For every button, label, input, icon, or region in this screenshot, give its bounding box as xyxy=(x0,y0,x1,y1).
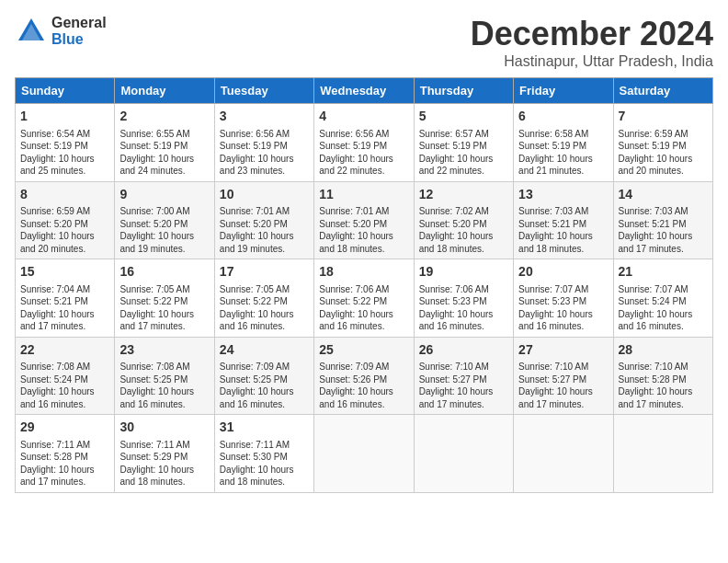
weekday-header-monday: Monday xyxy=(115,78,214,104)
day-number: 28 xyxy=(619,341,708,360)
day-number: 25 xyxy=(319,341,408,360)
weekday-header-wednesday: Wednesday xyxy=(314,78,414,104)
calendar-cell: 27Sunrise: 7:10 AM Sunset: 5:27 PM Dayli… xyxy=(514,337,613,415)
location-title: Hastinapur, Uttar Pradesh, India xyxy=(471,53,713,70)
calendar-week-5: 29Sunrise: 7:11 AM Sunset: 5:28 PM Dayli… xyxy=(16,415,713,493)
calendar-cell: 1Sunrise: 6:54 AM Sunset: 5:19 PM Daylig… xyxy=(16,104,115,182)
day-info: Sunrise: 7:00 AM Sunset: 5:20 PM Dayligh… xyxy=(119,205,209,255)
calendar-cell: 10Sunrise: 7:01 AM Sunset: 5:20 PM Dayli… xyxy=(214,181,313,259)
calendar-cell: 12Sunrise: 7:02 AM Sunset: 5:20 PM Dayli… xyxy=(414,181,513,259)
calendar-cell: 20Sunrise: 7:07 AM Sunset: 5:23 PM Dayli… xyxy=(514,259,613,338)
day-info: Sunrise: 6:59 AM Sunset: 5:20 PM Dayligh… xyxy=(20,205,109,255)
day-info: Sunrise: 7:10 AM Sunset: 5:27 PM Dayligh… xyxy=(419,361,508,410)
day-number: 11 xyxy=(319,186,408,204)
calendar-week-1: 1Sunrise: 6:54 AM Sunset: 5:19 PM Daylig… xyxy=(16,104,713,182)
calendar-cell: 16Sunrise: 7:05 AM Sunset: 5:22 PM Dayli… xyxy=(115,259,214,338)
title-section: December 2024 Hastinapur, Uttar Pradesh,… xyxy=(471,15,713,70)
day-number: 7 xyxy=(619,108,708,126)
calendar-week-3: 15Sunrise: 7:04 AM Sunset: 5:21 PM Dayli… xyxy=(16,259,713,338)
day-info: Sunrise: 7:06 AM Sunset: 5:22 PM Dayligh… xyxy=(319,283,408,333)
day-info: Sunrise: 6:59 AM Sunset: 5:19 PM Dayligh… xyxy=(619,128,708,178)
logo: General Blue xyxy=(15,15,107,48)
calendar-cell: 8Sunrise: 6:59 AM Sunset: 5:20 PM Daylig… xyxy=(16,181,115,259)
page-header: General Blue December 2024 Hastinapur, U… xyxy=(15,15,713,70)
day-number: 26 xyxy=(419,341,508,360)
day-info: Sunrise: 6:56 AM Sunset: 5:19 PM Dayligh… xyxy=(319,128,408,178)
day-number: 14 xyxy=(619,186,708,204)
calendar-cell: 31Sunrise: 7:11 AM Sunset: 5:30 PM Dayli… xyxy=(214,415,313,493)
calendar-week-2: 8Sunrise: 6:59 AM Sunset: 5:20 PM Daylig… xyxy=(16,181,713,259)
day-number: 12 xyxy=(419,186,508,204)
calendar-table: SundayMondayTuesdayWednesdayThursdayFrid… xyxy=(15,77,713,493)
day-number: 4 xyxy=(319,108,408,126)
day-number: 2 xyxy=(119,108,209,126)
day-info: Sunrise: 7:01 AM Sunset: 5:20 PM Dayligh… xyxy=(319,205,408,255)
calendar-cell: 5Sunrise: 6:57 AM Sunset: 5:19 PM Daylig… xyxy=(414,104,513,182)
day-info: Sunrise: 7:11 AM Sunset: 5:29 PM Dayligh… xyxy=(119,439,209,488)
day-info: Sunrise: 6:58 AM Sunset: 5:19 PM Dayligh… xyxy=(518,128,608,178)
weekday-header-thursday: Thursday xyxy=(414,78,513,104)
day-info: Sunrise: 7:03 AM Sunset: 5:21 PM Dayligh… xyxy=(518,205,608,255)
day-number: 24 xyxy=(220,341,309,360)
day-number: 20 xyxy=(518,263,608,282)
calendar-cell: 29Sunrise: 7:11 AM Sunset: 5:28 PM Dayli… xyxy=(16,415,115,493)
day-info: Sunrise: 7:07 AM Sunset: 5:24 PM Dayligh… xyxy=(619,283,708,333)
day-number: 6 xyxy=(518,108,608,126)
day-number: 21 xyxy=(619,263,708,282)
day-number: 31 xyxy=(220,419,309,437)
day-info: Sunrise: 7:05 AM Sunset: 5:22 PM Dayligh… xyxy=(119,283,209,333)
calendar-cell: 25Sunrise: 7:09 AM Sunset: 5:26 PM Dayli… xyxy=(314,337,414,415)
calendar-cell: 2Sunrise: 6:55 AM Sunset: 5:19 PM Daylig… xyxy=(115,104,214,182)
day-info: Sunrise: 7:01 AM Sunset: 5:20 PM Dayligh… xyxy=(220,205,309,255)
calendar-cell: 11Sunrise: 7:01 AM Sunset: 5:20 PM Dayli… xyxy=(314,181,414,259)
calendar-cell: 17Sunrise: 7:05 AM Sunset: 5:22 PM Dayli… xyxy=(214,259,313,338)
day-info: Sunrise: 7:03 AM Sunset: 5:21 PM Dayligh… xyxy=(619,205,708,255)
calendar-cell: 28Sunrise: 7:10 AM Sunset: 5:28 PM Dayli… xyxy=(613,337,712,415)
day-number: 27 xyxy=(518,341,608,360)
calendar-cell: 6Sunrise: 6:58 AM Sunset: 5:19 PM Daylig… xyxy=(514,104,613,182)
day-info: Sunrise: 7:08 AM Sunset: 5:25 PM Dayligh… xyxy=(119,361,209,410)
day-info: Sunrise: 7:10 AM Sunset: 5:28 PM Dayligh… xyxy=(619,361,708,410)
calendar-cell: 9Sunrise: 7:00 AM Sunset: 5:20 PM Daylig… xyxy=(115,181,214,259)
logo-text: General Blue xyxy=(51,15,107,47)
day-info: Sunrise: 6:55 AM Sunset: 5:19 PM Dayligh… xyxy=(119,128,209,178)
day-info: Sunrise: 7:07 AM Sunset: 5:23 PM Dayligh… xyxy=(518,283,608,333)
month-title: December 2024 xyxy=(471,15,713,53)
calendar-week-4: 22Sunrise: 7:08 AM Sunset: 5:24 PM Dayli… xyxy=(16,337,713,415)
day-number: 10 xyxy=(220,186,309,204)
day-number: 8 xyxy=(20,186,109,204)
day-number: 9 xyxy=(119,186,209,204)
calendar-cell: 18Sunrise: 7:06 AM Sunset: 5:22 PM Dayli… xyxy=(314,259,414,338)
calendar-cell: 19Sunrise: 7:06 AM Sunset: 5:23 PM Dayli… xyxy=(414,259,513,338)
calendar-cell: 26Sunrise: 7:10 AM Sunset: 5:27 PM Dayli… xyxy=(414,337,513,415)
day-number: 13 xyxy=(518,186,608,204)
calendar-cell xyxy=(414,415,513,493)
calendar-cell: 14Sunrise: 7:03 AM Sunset: 5:21 PM Dayli… xyxy=(613,181,712,259)
day-info: Sunrise: 6:54 AM Sunset: 5:19 PM Dayligh… xyxy=(20,128,109,178)
day-number: 19 xyxy=(419,263,508,282)
day-info: Sunrise: 7:10 AM Sunset: 5:27 PM Dayligh… xyxy=(518,361,608,410)
calendar-cell xyxy=(514,415,613,493)
logo-general-text: General xyxy=(51,15,107,31)
day-info: Sunrise: 7:09 AM Sunset: 5:26 PM Dayligh… xyxy=(319,361,408,410)
logo-icon xyxy=(15,15,48,48)
calendar-cell: 15Sunrise: 7:04 AM Sunset: 5:21 PM Dayli… xyxy=(16,259,115,338)
calendar-cell: 4Sunrise: 6:56 AM Sunset: 5:19 PM Daylig… xyxy=(314,104,414,182)
day-info: Sunrise: 7:08 AM Sunset: 5:24 PM Dayligh… xyxy=(20,361,109,410)
day-info: Sunrise: 7:06 AM Sunset: 5:23 PM Dayligh… xyxy=(419,283,508,333)
day-info: Sunrise: 7:02 AM Sunset: 5:20 PM Dayligh… xyxy=(419,205,508,255)
day-number: 18 xyxy=(319,263,408,282)
calendar-cell: 24Sunrise: 7:09 AM Sunset: 5:25 PM Dayli… xyxy=(214,337,313,415)
calendar-cell: 23Sunrise: 7:08 AM Sunset: 5:25 PM Dayli… xyxy=(115,337,214,415)
day-info: Sunrise: 7:11 AM Sunset: 5:28 PM Dayligh… xyxy=(20,439,109,488)
day-number: 1 xyxy=(20,108,109,126)
day-number: 22 xyxy=(20,341,109,360)
weekday-header-saturday: Saturday xyxy=(613,78,712,104)
day-info: Sunrise: 6:57 AM Sunset: 5:19 PM Dayligh… xyxy=(419,128,508,178)
day-number: 5 xyxy=(419,108,508,126)
calendar-cell: 22Sunrise: 7:08 AM Sunset: 5:24 PM Dayli… xyxy=(16,337,115,415)
day-number: 29 xyxy=(20,419,109,437)
weekday-header-row: SundayMondayTuesdayWednesdayThursdayFrid… xyxy=(16,78,713,104)
logo-blue-text: Blue xyxy=(51,31,107,48)
weekday-header-sunday: Sunday xyxy=(16,78,115,104)
